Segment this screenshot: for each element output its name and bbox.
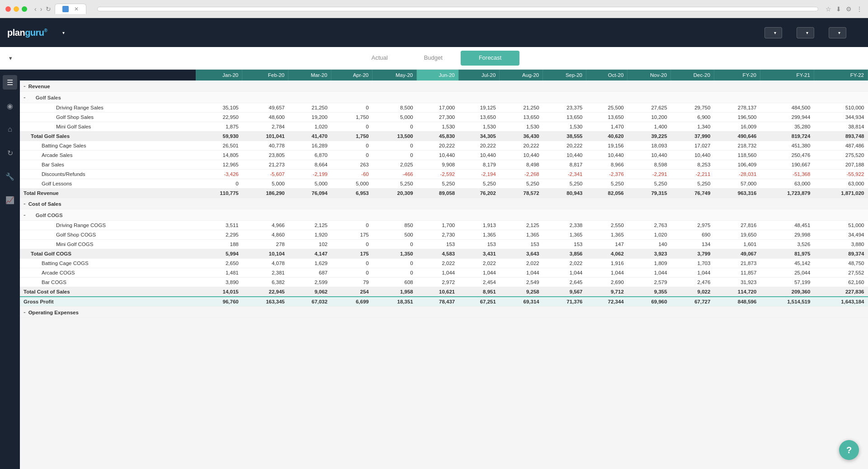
viewing-options-chevron-icon: ▾: [9, 55, 12, 62]
tab-close-icon[interactable]: ✕: [74, 6, 79, 12]
collapse-icon[interactable]: -: [24, 200, 26, 207]
row-value: 10,440: [671, 151, 714, 160]
row-value: [627, 307, 671, 318]
sidebar-icon-refresh[interactable]: ↻: [3, 146, 17, 160]
row-value: 10,440: [500, 151, 543, 160]
table-row: Mini Golf COGS18827810200153153153153147…: [20, 240, 868, 249]
row-value: [458, 81, 500, 92]
row-value: 12,965: [196, 160, 242, 170]
row-value: 48,750: [814, 259, 868, 268]
row-value: 1,020: [288, 122, 331, 132]
row-value: 2,381: [242, 268, 288, 278]
row-value: [714, 209, 760, 221]
row-value: 8,966: [586, 160, 627, 170]
row-value: 10,200: [627, 113, 671, 122]
row-value: [627, 81, 671, 92]
sidebar-icon-tools[interactable]: 🔧: [3, 169, 17, 184]
row-value: 227,836: [814, 287, 868, 297]
collapse-icon[interactable]: -: [24, 211, 26, 218]
browser-chrome: ‹ › ↻ ✕ ☆ ⬇ ⚙ ⋮: [0, 0, 868, 18]
row-value: 0: [331, 268, 372, 278]
row-value: 19,156: [586, 141, 627, 151]
row-value: [458, 307, 500, 318]
period-dropdown[interactable]: ▾: [797, 27, 814, 38]
star-icon[interactable]: ☆: [826, 5, 831, 13]
row-value: [331, 307, 372, 318]
row-value: 21,873: [714, 259, 760, 268]
row-value: 1,723,879: [760, 189, 814, 198]
collapse-icon[interactable]: -: [24, 82, 26, 90]
row-value: [288, 209, 331, 221]
row-value: -466: [373, 170, 417, 179]
row-value: 48,600: [242, 113, 288, 122]
tab-actual[interactable]: Actual: [354, 51, 406, 66]
row-value: [586, 307, 627, 318]
row-value: -3,426: [196, 170, 242, 179]
close-button[interactable]: [5, 6, 11, 12]
row-value: 45,142: [760, 259, 814, 268]
download-icon[interactable]: ⬇: [836, 5, 841, 13]
collapse-icon[interactable]: -: [24, 94, 26, 101]
row-value: [242, 81, 288, 92]
logo-plan: plan: [7, 28, 25, 38]
table-row: Mini Golf Sales1,8752,7841,020001,5301,5…: [20, 122, 868, 132]
scenario-dropdown[interactable]: ▾: [829, 27, 846, 38]
help-button[interactable]: ?: [839, 440, 859, 460]
row-value: 14,805: [196, 151, 242, 160]
row-value: 9,355: [627, 287, 671, 297]
row-value: 5,000: [242, 179, 288, 189]
row-value: 13,650: [586, 113, 627, 122]
row-value: 22,945: [242, 287, 288, 297]
col-header-jul20: Jul-20: [458, 70, 500, 81]
forward-icon[interactable]: ›: [40, 5, 42, 13]
scenario-chevron-icon: ▾: [838, 30, 840, 35]
sidebar-icon-chart[interactable]: 📈: [3, 193, 17, 207]
viewing-options[interactable]: ▾: [7, 55, 12, 62]
minimize-button[interactable]: [14, 6, 19, 12]
row-value: 140: [627, 240, 671, 249]
row-value: 0: [373, 259, 417, 268]
row-value: 1,044: [586, 268, 627, 278]
menu-icon[interactable]: ⋮: [856, 5, 863, 13]
row-value: 17,027: [671, 141, 714, 151]
company-dropdown[interactable]: ▾: [764, 27, 782, 38]
sidebar-icon-dashboard[interactable]: ⌂: [3, 122, 17, 137]
row-value: 2,690: [586, 278, 627, 287]
tab-forecast[interactable]: Forecast: [461, 51, 520, 66]
row-value: [671, 209, 714, 221]
row-value: 254: [331, 287, 372, 297]
row-value: 5,000: [331, 179, 372, 189]
col-header-apr20: Apr-20: [331, 70, 372, 81]
row-value: -2,341: [543, 170, 586, 179]
address-bar[interactable]: [97, 7, 818, 11]
main-content[interactable]: Jan-20 Feb-20 Mar-20 Apr-20 May-20 Jun-2…: [20, 70, 868, 469]
sidebar-icon-menu[interactable]: ☰: [3, 75, 17, 90]
row-value: [458, 198, 500, 209]
row-value: 188: [196, 240, 242, 249]
table-row: -Cost of Sales: [20, 198, 868, 209]
tab-budget[interactable]: Budget: [406, 51, 461, 66]
row-value: 5,250: [543, 179, 586, 189]
row-value: 17,000: [417, 103, 458, 113]
refresh-icon[interactable]: ↻: [46, 5, 51, 13]
row-value: -28,031: [714, 170, 760, 179]
extensions-icon[interactable]: ⚙: [846, 5, 852, 13]
row-value: [417, 81, 458, 92]
row-value: [543, 307, 586, 318]
row-value: [586, 81, 627, 92]
row-value: 71,376: [543, 297, 586, 307]
row-value: 2,476: [671, 278, 714, 287]
browser-tab[interactable]: ✕: [55, 4, 86, 14]
back-icon[interactable]: ‹: [34, 5, 37, 13]
sidebar-icon-home[interactable]: ◉: [3, 99, 17, 113]
maximize-button[interactable]: [22, 6, 27, 12]
title-chevron-icon[interactable]: ▾: [62, 30, 65, 35]
table-row: Total Golf Sales59,930101,04141,4701,750…: [20, 132, 868, 141]
row-value: 3,923: [627, 249, 671, 259]
row-value: [814, 198, 868, 209]
row-value: 850: [373, 221, 417, 230]
collapse-icon[interactable]: -: [24, 308, 26, 316]
row-value: 89,374: [814, 249, 868, 259]
row-label: Mini Golf Sales: [20, 122, 196, 132]
row-value: 186,290: [242, 189, 288, 198]
